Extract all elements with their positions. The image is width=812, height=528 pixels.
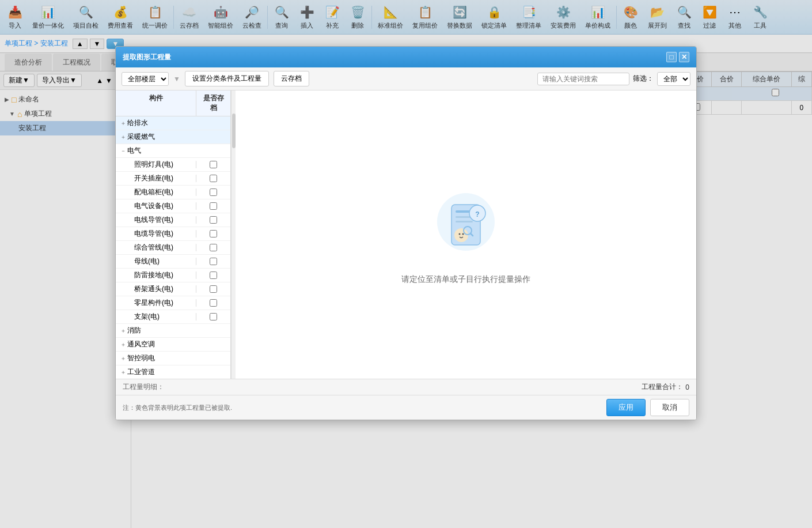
tree-check-comp-pipe[interactable]	[196, 244, 230, 251]
check-small-parts[interactable]	[210, 299, 217, 307]
filter-label: 筛选：	[633, 74, 654, 84]
tree-node-busbar[interactable]: － 母线(电)	[116, 255, 230, 269]
check-switch[interactable]	[210, 175, 217, 182]
expand-smart-icon[interactable]: ＋	[116, 354, 125, 363]
check-cable-conduit[interactable]	[210, 230, 217, 237]
check-elec-equip[interactable]	[210, 202, 217, 210]
check-wire-conduit[interactable]	[210, 216, 217, 224]
modal-search-input[interactable]	[537, 73, 629, 85]
modal-close-btn[interactable]: ✕	[679, 52, 689, 62]
floor-select[interactable]: 全部楼层	[122, 72, 169, 86]
filter-condition-btn[interactable]: 设置分类条件及工程量	[185, 71, 269, 86]
tree-node-support[interactable]: － 支架(电)	[116, 310, 230, 324]
tree-node-elec-equip[interactable]: － 电气设备(电)	[116, 199, 230, 213]
tree-check-support[interactable]	[196, 313, 230, 320]
modal-count-label: 工程量合计：	[642, 382, 683, 392]
expand-cabinet-icon: －	[116, 188, 127, 197]
tree-label-switch: 开关插座(电)	[127, 174, 196, 183]
tree-node-lightning[interactable]: － 防雷接地(电)	[116, 269, 230, 282]
tree-check-cable-conduit[interactable]	[196, 230, 230, 237]
modal-detail-label: 工程量明细：	[123, 382, 164, 392]
svg-rect-4	[456, 221, 473, 222]
tree-node-wire-conduit[interactable]: － 电线导管(电)	[116, 213, 230, 227]
check-cabinet[interactable]	[210, 188, 217, 196]
modal-apply-btn[interactable]: 应用	[606, 399, 646, 416]
check-busbar[interactable]	[210, 258, 217, 265]
tree-node-hvac[interactable]: ＋ 通风空调	[116, 338, 230, 352]
tree-check-tray-head[interactable]	[196, 285, 230, 293]
tree-check-small-parts[interactable]	[196, 299, 230, 307]
tree-check-lighting[interactable]	[196, 161, 230, 168]
modal-overlay: 提取图形工程量 □ ✕ 全部楼层 ▼ 设置分类条件及工程量 云存档 筛选： 全部	[0, 0, 812, 528]
tree-node-switch[interactable]: － 开关插座(电)	[116, 172, 230, 186]
expand-hvac-icon[interactable]: ＋	[116, 341, 125, 349]
tree-node-cable-conduit[interactable]: － 电缆导管(电)	[116, 227, 230, 241]
tree-label-smart: 智控弱电	[125, 353, 196, 363]
tree-node-electrical[interactable]: － 电气	[116, 144, 230, 158]
expand-small-parts-icon: －	[116, 299, 127, 307]
tree-label-lighting: 照明灯具(电)	[127, 160, 196, 169]
expand-comp-pipe-icon: －	[116, 244, 127, 252]
tree-check-busbar[interactable]	[196, 258, 230, 265]
tree-node-cabinet[interactable]: － 配电箱柜(电)	[116, 186, 230, 199]
modal-left-scrollbar[interactable]	[231, 90, 236, 379]
tree-label-elec-equip: 电气设备(电)	[127, 201, 196, 211]
modal-footer: 注：黄色背景表明此项工程量已被提取. 应用 取消	[116, 395, 696, 420]
tree-node-small-parts[interactable]: － 零星构件(电)	[116, 296, 230, 310]
check-lightning[interactable]	[210, 271, 217, 279]
floor-dropdown-icon[interactable]: ▼	[173, 75, 180, 83]
tree-label-industrial-pipe: 工业管道	[125, 367, 196, 377]
modal-empty-text: 请定位至清单或子目行执行提量操作	[401, 274, 530, 285]
check-lighting[interactable]	[210, 161, 217, 168]
expand-electrical-icon[interactable]: －	[116, 147, 125, 155]
svg-rect-3	[456, 216, 472, 218]
filter-select[interactable]: 全部	[657, 72, 690, 86]
cloud-archive-modal-btn[interactable]: 云存档	[274, 71, 309, 86]
tree-label-water: 给排水	[125, 118, 196, 128]
tree-check-cabinet[interactable]	[196, 188, 230, 196]
svg-point-7	[454, 228, 468, 242]
expand-support-icon: －	[116, 313, 127, 321]
modal-title: 提取图形工程量	[123, 52, 666, 62]
modal-toolbar: 全部楼层 ▼ 设置分类条件及工程量 云存档 筛选： 全部	[116, 67, 696, 90]
expand-industrial-icon[interactable]: ＋	[116, 368, 125, 376]
modal-right-panel: ? 请定位至清单或子目行执行提量操作	[236, 90, 696, 379]
modal-minimize-btn[interactable]: □	[666, 52, 677, 62]
tree-node-industrial-pipe[interactable]: ＋ 工业管道	[116, 365, 230, 379]
tree-check-elec-equip[interactable]	[196, 202, 230, 210]
tree-check-wire-conduit[interactable]	[196, 216, 230, 224]
check-support[interactable]	[210, 313, 217, 320]
tree-node-fire[interactable]: ＋ 消防	[116, 324, 230, 338]
tree-check-switch[interactable]	[196, 175, 230, 182]
expand-fire-icon[interactable]: ＋	[116, 327, 125, 335]
tree-label-busbar: 母线(电)	[127, 257, 196, 266]
tree-node-smart[interactable]: ＋ 智控弱电	[116, 352, 230, 365]
modal-detail-bar: 工程量明细： 工程量合计： 0	[116, 379, 696, 395]
tree-node-lighting[interactable]: － 照明灯具(电)	[116, 158, 230, 172]
expand-busbar-icon: －	[116, 258, 127, 266]
expand-switch-icon: －	[116, 175, 127, 183]
expand-cable-conduit-icon: －	[116, 230, 127, 238]
tree-node-tray-head[interactable]: － 桥架通头(电)	[116, 282, 230, 296]
modal-search-area: 筛选： 全部	[537, 72, 690, 86]
modal-cancel-btn[interactable]: 取消	[650, 399, 689, 416]
scrollbar-thumb[interactable]	[232, 114, 236, 148]
expand-lighting-icon: －	[116, 161, 127, 169]
expand-elec-equip-icon: －	[116, 202, 127, 210]
tree-node-heating[interactable]: ＋ 采暖燃气	[116, 130, 230, 144]
tree-header-archive: 是否存档	[196, 90, 230, 116]
tree-label-small-parts: 零星构件(电)	[127, 298, 196, 308]
tree-label-hvac: 通风空调	[125, 340, 196, 349]
expand-water-icon[interactable]: ＋	[116, 119, 125, 127]
tree-label-wire-conduit: 电线导管(电)	[127, 215, 196, 225]
tree-node-water[interactable]: ＋ 给排水	[116, 116, 230, 130]
check-comp-pipe[interactable]	[210, 244, 217, 251]
tree-label-heating: 采暖燃气	[125, 132, 196, 142]
modal-header-buttons: □ ✕	[666, 52, 689, 62]
expand-heating-icon[interactable]: ＋	[116, 133, 125, 141]
svg-point-9	[462, 233, 464, 235]
check-tray-head[interactable]	[210, 285, 217, 293]
tree-label-cabinet: 配电箱柜(电)	[127, 187, 196, 197]
tree-node-comp-pipe[interactable]: － 综合管线(电)	[116, 241, 230, 255]
tree-check-lightning[interactable]	[196, 271, 230, 279]
